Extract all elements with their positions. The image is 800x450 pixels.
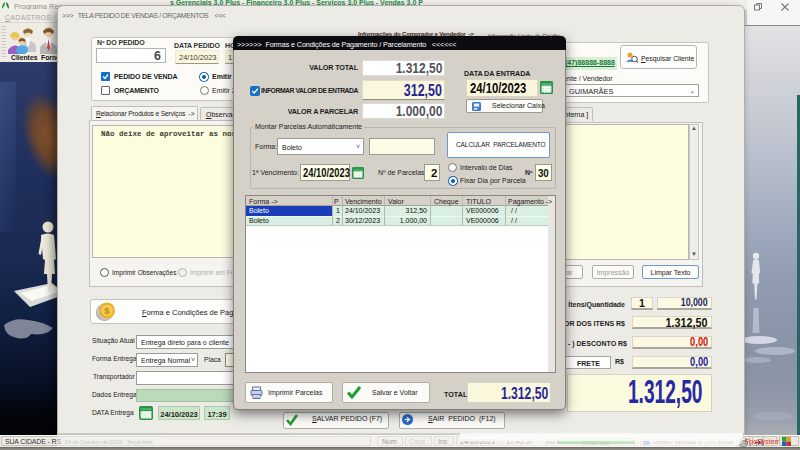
svg-text:$: $ bbox=[104, 305, 110, 316]
